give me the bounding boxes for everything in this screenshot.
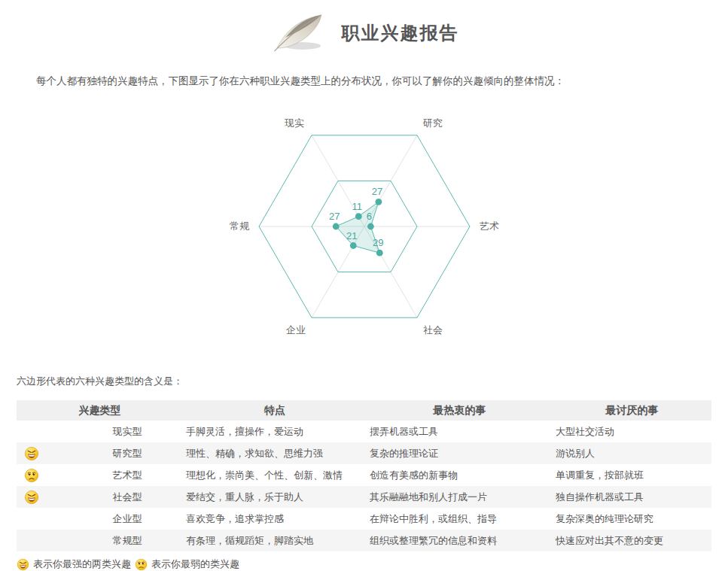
hates-cell: 大型社交活动 — [553, 421, 711, 442]
emoji-cell — [17, 421, 72, 442]
radar-axis-label: 研究 — [422, 117, 443, 129]
radar-data-point — [355, 214, 361, 220]
header-hates: 最讨厌的事 — [553, 400, 711, 421]
loves-cell: 摆弄机器或工具 — [367, 421, 553, 442]
radar-data-point — [376, 250, 382, 257]
loves-cell: 其乐融融地和别人打成一片 — [367, 486, 553, 508]
emoji-cell — [17, 508, 72, 530]
radar-value-label: 27 — [328, 211, 339, 222]
report-header: 职业兴趣报告 — [0, 0, 728, 59]
radar-svg: 11276292127现实研究艺术社会企业常规 — [116, 110, 613, 351]
loves-cell: 在辩论中胜利，或组织、指导 — [367, 508, 553, 530]
weakest-interest-emoji-icon — [24, 468, 39, 483]
radar-data-point — [332, 223, 339, 230]
strongest-interest-emoji-icon — [17, 558, 29, 571]
header-loves: 最热衷的事 — [367, 400, 553, 421]
feather-icon — [270, 11, 328, 56]
hates-cell: 独自操作机器或工具 — [553, 486, 711, 508]
interest-type-label: 企业型 — [72, 508, 183, 530]
radar-axis-label: 现实 — [284, 117, 304, 129]
table-row: 常规型有条理，循规蹈矩，脚踏实地组织或整理繁冗的信息和资料快速应对出其不意的变更 — [17, 530, 711, 551]
strongest-interest-emoji-icon — [24, 446, 39, 461]
traits-cell: 手脚灵活，擅操作，爱运动 — [183, 421, 367, 442]
emoji-cell — [17, 486, 72, 508]
traits-cell: 爱结交，重人脉，乐于助人 — [183, 486, 367, 508]
radar-axis-label: 企业 — [286, 324, 306, 336]
radar-data-point — [375, 199, 382, 205]
intro-text: 每个人都有独特的兴趣特点，下图显示了你在六种职业兴趣类型上的分布状况，你可以了解… — [17, 74, 705, 89]
page-title: 职业兴趣报告 — [342, 21, 459, 45]
legend-strong-label: 表示你最强的两类兴趣 — [33, 557, 131, 571]
radar-axis-label: 艺术 — [480, 220, 499, 232]
radar-value-label: 21 — [346, 230, 357, 241]
interest-type-label: 常规型 — [72, 530, 183, 551]
radar-value-label: 29 — [373, 237, 383, 248]
interest-type-label: 现实型 — [72, 421, 183, 442]
weakest-interest-emoji-icon — [135, 558, 148, 571]
emoji-legend: 表示你最强的两类兴趣 表示你最弱的类兴趣 — [17, 557, 728, 571]
radar-chart: 11276292127现实研究艺术社会企业常规 — [0, 110, 728, 358]
radar-data-point — [367, 223, 374, 230]
report-page: 职业兴趣报告 每个人都有独特的兴趣特点，下图显示了你在六种职业兴趣类型上的分布状… — [0, 0, 728, 571]
interest-table: 兴趣类型 特点 最热衷的事 最讨厌的事 现实型手脚灵活，擅操作，爱运动摆弄机器或… — [17, 400, 711, 551]
table-row: 现实型手脚灵活，擅操作，爱运动摆弄机器或工具大型社交活动 — [17, 421, 711, 442]
table-row: 企业型喜欢竞争，追求掌控感在辩论中胜利，或组织、指导复杂深奥的纯理论研究 — [17, 508, 711, 530]
traits-cell: 有条理，循规蹈矩，脚踏实地 — [183, 530, 367, 551]
header-interest-type: 兴趣类型 — [17, 400, 183, 421]
radar-value-label: 27 — [371, 187, 382, 198]
hates-cell: 快速应对出其不意的变更 — [553, 530, 711, 551]
strongest-interest-emoji-icon — [24, 490, 39, 505]
table-row: 研究型理性、精确，求知欲、思维力强复杂的推理论证游说别人 — [17, 442, 711, 464]
loves-cell: 创造有美感的新事物 — [367, 464, 553, 486]
radar-value-label: 11 — [352, 201, 362, 212]
radar-data-point — [349, 242, 356, 249]
hates-cell: 游说别人 — [553, 442, 711, 464]
traits-cell: 喜欢竞争，追求掌控感 — [183, 508, 367, 530]
table-header: 兴趣类型 特点 最热衷的事 最讨厌的事 — [17, 400, 711, 421]
hates-cell: 复杂深奥的纯理论研究 — [553, 508, 711, 530]
loves-cell: 复杂的推理论证 — [367, 442, 553, 464]
emoji-cell — [17, 442, 72, 464]
radar-axis-label: 常规 — [230, 220, 250, 232]
interest-type-label: 艺术型 — [72, 464, 183, 486]
traits-cell: 理想化，崇尚美、个性、创新、激情 — [183, 464, 367, 486]
emoji-cell — [17, 464, 72, 486]
radar-axis-label: 社会 — [423, 324, 443, 336]
loves-cell: 组织或整理繁冗的信息和资料 — [367, 530, 553, 551]
interest-type-label: 研究型 — [72, 442, 183, 464]
legend-weak-label: 表示你最弱的类兴趣 — [151, 557, 239, 571]
table-row: 艺术型理想化，崇尚美、个性、创新、激情创造有美感的新事物单调重复，按部就班 — [17, 464, 711, 486]
header-traits: 特点 — [183, 400, 367, 421]
emoji-cell — [17, 530, 72, 551]
radar-value-label: 6 — [366, 211, 371, 222]
hates-cell: 单调重复，按部就班 — [553, 464, 711, 486]
table-caption: 六边形代表的六种兴趣类型的含义是： — [17, 375, 728, 388]
traits-cell: 理性、精确，求知欲、思维力强 — [183, 442, 367, 464]
table-row: 社会型爱结交，重人脉，乐于助人其乐融融地和别人打成一片独自操作机器或工具 — [17, 486, 711, 508]
interest-type-label: 社会型 — [72, 486, 183, 508]
